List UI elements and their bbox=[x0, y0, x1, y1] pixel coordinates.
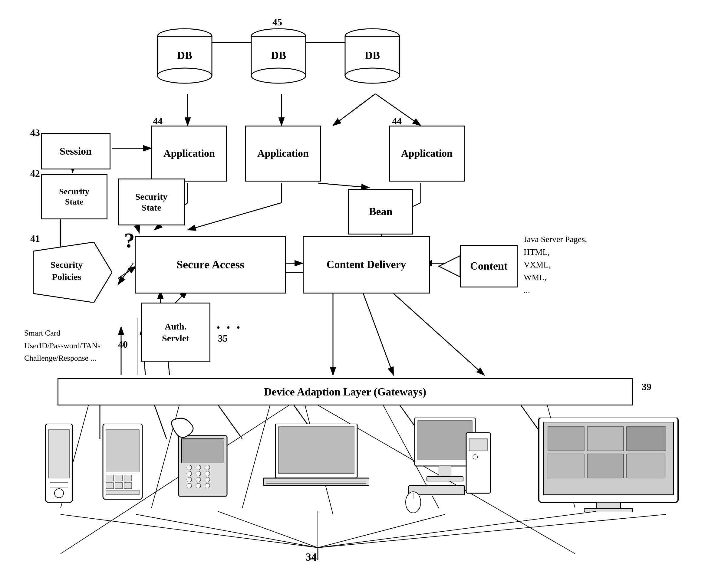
svg-point-84 bbox=[196, 465, 201, 470]
ref-39: 39 bbox=[642, 381, 651, 393]
svg-rect-117 bbox=[626, 454, 666, 478]
svg-rect-114 bbox=[626, 427, 666, 451]
diagram-container: 45 DB DB DB 44 44 Application Applicatio… bbox=[0, 0, 728, 574]
content-box: Content bbox=[460, 245, 518, 287]
svg-line-122 bbox=[218, 511, 318, 548]
svg-point-69 bbox=[54, 489, 64, 498]
device-phone bbox=[169, 418, 236, 511]
svg-line-20 bbox=[118, 263, 133, 284]
device-display bbox=[536, 418, 681, 515]
application-box-2: Application bbox=[245, 126, 321, 181]
svg-line-37 bbox=[363, 293, 394, 375]
svg-point-57 bbox=[251, 68, 306, 83]
security-state-small: SecurityState bbox=[41, 174, 108, 219]
security-state-large: SecurityState bbox=[118, 178, 185, 226]
svg-line-5 bbox=[333, 94, 375, 126]
ref-44b: 44 bbox=[392, 116, 402, 127]
device-mobile1 bbox=[39, 424, 79, 515]
ref-45: 45 bbox=[273, 17, 282, 28]
svg-text:Security: Security bbox=[50, 260, 83, 270]
svg-point-61 bbox=[345, 68, 400, 83]
svg-line-121 bbox=[136, 515, 318, 548]
svg-rect-76 bbox=[124, 475, 132, 481]
svg-point-90 bbox=[196, 477, 201, 482]
bean-box: Bean bbox=[348, 189, 413, 235]
smart-card-text: Smart CardUserID/Password/TANsChallenge/… bbox=[24, 327, 100, 365]
svg-text:DB: DB bbox=[271, 49, 286, 62]
svg-rect-68 bbox=[48, 430, 70, 478]
ref-40: 40 bbox=[118, 339, 128, 350]
svg-rect-103 bbox=[427, 477, 463, 481]
svg-point-92 bbox=[187, 483, 192, 488]
auth-servlet-box: Auth.Servlet bbox=[141, 302, 210, 362]
svg-point-85 bbox=[205, 465, 210, 470]
svg-point-93 bbox=[196, 483, 201, 488]
svg-rect-75 bbox=[115, 475, 123, 481]
svg-text:Policies: Policies bbox=[52, 272, 81, 282]
svg-text:DB: DB bbox=[177, 49, 192, 62]
svg-rect-78 bbox=[115, 483, 123, 489]
svg-line-120 bbox=[60, 515, 318, 548]
device-adaption-box: Device Adaption Layer (Gateways) bbox=[57, 378, 633, 405]
dots: . . . bbox=[216, 315, 242, 332]
svg-rect-112 bbox=[548, 427, 584, 451]
svg-point-89 bbox=[187, 477, 192, 482]
ref-43: 43 bbox=[30, 127, 40, 138]
device-desktop bbox=[397, 418, 493, 524]
ref-34: 34 bbox=[306, 551, 317, 563]
svg-rect-115 bbox=[548, 454, 584, 478]
svg-rect-119 bbox=[584, 508, 633, 512]
db2-cylinder: DB bbox=[248, 27, 309, 85]
svg-rect-80 bbox=[106, 490, 139, 495]
svg-point-86 bbox=[187, 471, 192, 476]
ref-35: 35 bbox=[218, 333, 228, 344]
svg-point-94 bbox=[205, 483, 210, 488]
svg-rect-116 bbox=[587, 454, 623, 478]
java-server-text: Java Server Pages,HTML,VXML,WML,... bbox=[524, 233, 587, 296]
svg-rect-105 bbox=[469, 439, 487, 451]
device-laptop bbox=[264, 424, 369, 508]
db1-cylinder: DB bbox=[154, 27, 215, 85]
svg-line-13 bbox=[318, 183, 369, 188]
svg-rect-82 bbox=[181, 439, 224, 463]
secure-access-box: Secure Access bbox=[135, 236, 286, 293]
svg-rect-73 bbox=[106, 430, 139, 472]
session-box: Session bbox=[41, 133, 111, 169]
application-box-3: Application bbox=[389, 126, 464, 181]
svg-point-53 bbox=[157, 68, 212, 83]
svg-line-38 bbox=[394, 293, 484, 375]
svg-point-106 bbox=[473, 454, 478, 459]
content-delivery-box: Content Delivery bbox=[303, 236, 430, 293]
svg-point-91 bbox=[205, 477, 210, 482]
svg-line-40 bbox=[118, 266, 136, 278]
svg-rect-113 bbox=[587, 427, 623, 451]
db3-cylinder: DB bbox=[342, 27, 403, 85]
svg-marker-66 bbox=[439, 256, 460, 277]
svg-point-83 bbox=[187, 465, 192, 470]
svg-rect-97 bbox=[264, 478, 369, 486]
device-pda bbox=[100, 424, 148, 508]
svg-point-87 bbox=[196, 471, 201, 476]
application-box-1: Application bbox=[151, 126, 227, 181]
svg-point-88 bbox=[205, 471, 210, 476]
svg-rect-74 bbox=[106, 475, 114, 481]
svg-line-12 bbox=[188, 203, 282, 230]
ref-42: 42 bbox=[30, 168, 40, 179]
content-arrow bbox=[433, 251, 463, 281]
security-policies-box: Security Policies bbox=[33, 242, 112, 302]
svg-rect-79 bbox=[124, 483, 132, 489]
svg-rect-101 bbox=[418, 421, 472, 460]
ref-44a: 44 bbox=[153, 116, 163, 127]
svg-rect-96 bbox=[279, 427, 354, 474]
svg-rect-77 bbox=[106, 483, 114, 489]
svg-text:DB: DB bbox=[365, 49, 380, 62]
question-mark: ? bbox=[124, 229, 135, 253]
